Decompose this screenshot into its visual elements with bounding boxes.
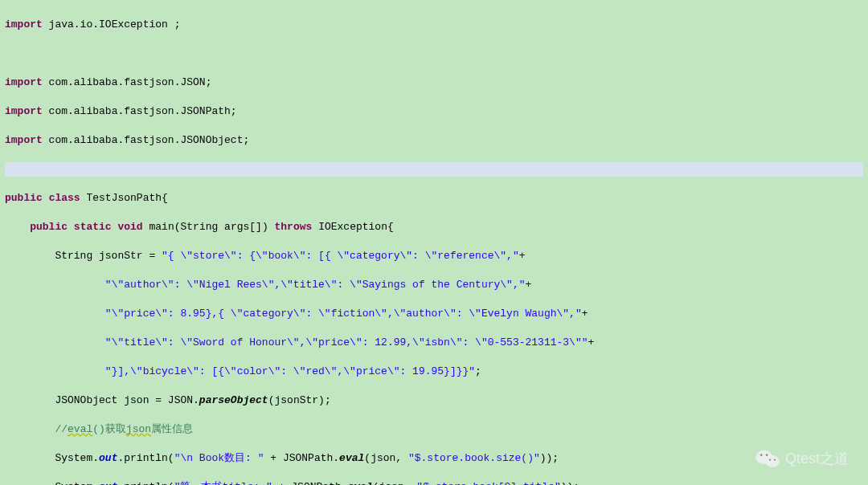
code-text: + [519, 250, 526, 262]
code-text: (json, [364, 452, 408, 464]
code-block: import java.io.IOException ; import com.… [0, 0, 868, 485]
svg-point-5 [774, 459, 776, 461]
svg-point-4 [769, 459, 771, 461]
code-text: )); [540, 452, 559, 464]
code-text: + [588, 336, 595, 348]
code-text: System. [5, 481, 99, 485]
comment: // [55, 423, 68, 435]
code-text: java.io.IOException ; [43, 18, 181, 31]
comment: 属性信息 [151, 423, 193, 435]
comment: eval [68, 423, 92, 435]
watermark-text: Qtest之道 [785, 451, 849, 466]
keyword-public: public [5, 192, 43, 204]
method-call: eval [339, 452, 364, 464]
keyword-import: import [5, 18, 43, 31]
code-text: TestJsonPath{ [80, 192, 168, 204]
string-literal: "\"price\": 8.95},{ \"category\": \"fict… [105, 308, 582, 320]
code-text: com.alibaba.fastjson.JSONPath; [43, 105, 237, 117]
keyword-class: class [49, 192, 80, 204]
string-literal: "\"title\": \"Sword of Honour\",\"price\… [105, 336, 588, 348]
code-text: (json, [373, 481, 417, 485]
keyword-import: import [5, 134, 43, 146]
comment: json [126, 423, 151, 435]
code-text: com.alibaba.fastjson.JSON; [43, 76, 212, 88]
highlighted-line [5, 162, 863, 177]
keyword-import: import [5, 76, 43, 88]
code-text: JSONObject json = JSON. [5, 394, 199, 406]
code-text: + [526, 279, 532, 291]
comment: ()获取 [92, 423, 126, 435]
code-text: IOException{ [312, 221, 393, 233]
string-literal: "第一本书title: " [174, 481, 272, 485]
svg-point-2 [760, 454, 763, 456]
method-call: parseObject [199, 394, 268, 406]
code-text: String jsonStr = [5, 250, 162, 262]
keyword-import: import [5, 105, 43, 117]
code-text: + JSONPath. [264, 452, 339, 464]
code-text: main(String args[]) [143, 221, 275, 233]
code-text: .println( [117, 452, 174, 464]
string-literal: "{ \"store\": {\"book\": [{ \"category\"… [162, 250, 519, 262]
keyword-static: static [74, 221, 112, 233]
wechat-icon [755, 448, 780, 469]
svg-point-3 [766, 454, 768, 456]
code-text: (jsonStr); [268, 394, 331, 406]
string-literal: "$.store.book[0].title" [416, 481, 560, 485]
keyword-void: void [117, 221, 142, 233]
string-literal: "\n Book数目: " [174, 452, 264, 464]
keyword-public: public [30, 221, 68, 233]
code-text: )); [561, 481, 579, 485]
code-text: com.alibaba.fastjson.JSONObject; [43, 134, 249, 146]
code-text: ; [475, 365, 481, 377]
keyword-throws: throws [275, 221, 313, 233]
string-literal: "\"author\": \"Nigel Rees\",\"title\": \… [105, 279, 526, 291]
code-text: + [582, 308, 588, 320]
watermark: Qtest之道 [755, 448, 849, 469]
code-text: .println( [117, 481, 174, 485]
field-out: out [99, 452, 117, 464]
field-out: out [99, 481, 117, 485]
string-literal: "}],\"bicycle\": [{\"color\": \"red\",\"… [105, 365, 475, 377]
code-text: System. [5, 452, 99, 464]
method-call: eval [348, 481, 373, 485]
code-text: + JSONPath. [272, 481, 348, 485]
string-literal: "$.store.book.size()" [408, 452, 540, 464]
svg-point-1 [765, 455, 779, 467]
